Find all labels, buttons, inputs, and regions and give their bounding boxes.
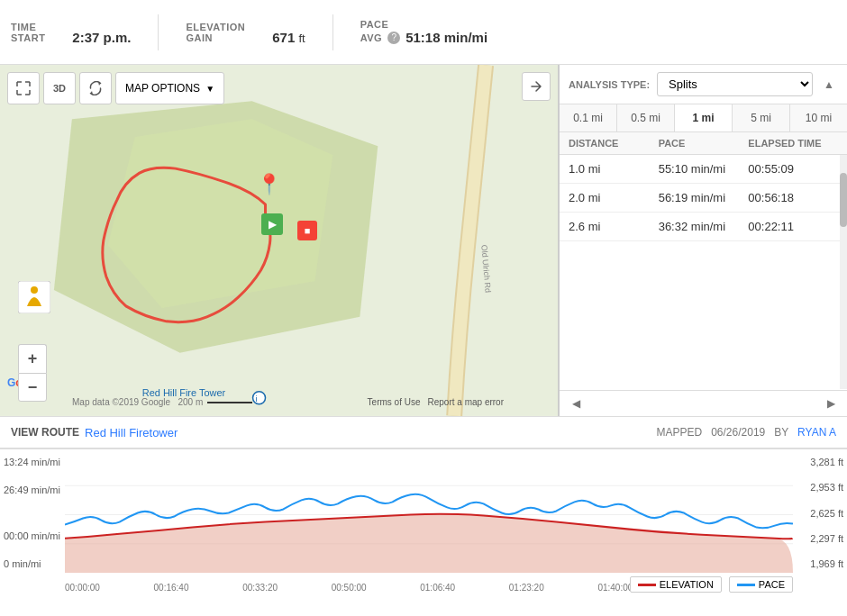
route-info-bar: VIEW ROUTE Red Hill Firetower MAPPED 06/… xyxy=(0,416,847,448)
divider-2 xyxy=(332,14,333,50)
dropdown-arrow-icon: ▼ xyxy=(205,84,214,94)
map-controls: 3D MAP OPTIONS ▼ xyxy=(7,72,224,104)
fullscreen-button[interactable] xyxy=(7,72,40,104)
dist-tab-0.5mi[interactable]: 0.5 mi xyxy=(617,104,675,131)
street-view-icon[interactable] xyxy=(18,281,50,313)
map-area: 3D MAP OPTIONS ▼ xyxy=(0,65,559,416)
time-group: TIME START xyxy=(11,22,45,43)
map-terms: Terms of Use Report a map error xyxy=(368,397,504,407)
chart-legend: ELEVATION PACE xyxy=(630,576,793,593)
report-map-error[interactable]: Report a map error xyxy=(428,397,504,407)
map-expand-button[interactable] xyxy=(522,72,551,101)
y-left-1: 13:24 min/mi xyxy=(4,457,61,467)
pace-color xyxy=(737,584,755,586)
refresh-button[interactable] xyxy=(79,72,112,104)
time-label: TIME xyxy=(11,22,45,32)
panel-scrollbar-thumb[interactable] xyxy=(840,173,847,227)
dist-tab-0.1mi[interactable]: 0.1 mi xyxy=(560,104,617,131)
pace-2: 56:19 min/mi xyxy=(659,191,749,204)
x-label-0: 00:00:00 xyxy=(65,583,100,593)
x-label-4: 01:06:40 xyxy=(420,583,455,593)
splits-row-2: 2.0 mi 56:19 min/mi 00:56:18 xyxy=(560,184,847,213)
terms-of-use[interactable]: Terms of Use xyxy=(368,397,421,407)
col-header-pace: PACE xyxy=(659,138,749,149)
elevation-legend: ELEVATION xyxy=(630,576,722,593)
3d-icon: 3D xyxy=(53,83,66,94)
chart-area: 13:24 min/mi 26:49 min/mi 00:00 min/mi 0… xyxy=(0,448,847,600)
splits-row-3: 2.6 mi 36:32 min/mi 00:22:11 xyxy=(560,213,847,241)
route-user[interactable]: RYAN A xyxy=(797,426,836,439)
elapsed-1: 00:55:09 xyxy=(748,162,838,176)
y-left-5: 0 min/mi xyxy=(4,558,61,569)
y-right-3: 2,625 ft xyxy=(797,508,843,519)
zoom-in-button[interactable]: + xyxy=(18,344,47,373)
y-right-2: 2,953 ft xyxy=(797,482,843,493)
svg-text:i: i xyxy=(256,394,258,403)
analysis-type-select[interactable]: Splits xyxy=(657,72,813,96)
x-label-2: 00:33:20 xyxy=(242,583,278,593)
elevation-legend-label: ELEVATION xyxy=(660,579,714,590)
panel-scrollbar[interactable] xyxy=(840,155,847,389)
elevation-group: ELEVATION GAIN xyxy=(186,22,245,43)
distance-1: 1.0 mi xyxy=(569,162,659,176)
divider-1 xyxy=(158,14,159,50)
gain-value-group: E 671 ft xyxy=(272,19,305,45)
pace-legend: PACE xyxy=(729,576,793,593)
play-marker: ▶ xyxy=(261,213,283,235)
start-value: 2:37 p.m. xyxy=(72,30,131,45)
info-icon[interactable]: ? xyxy=(387,32,400,44)
elapsed-3: 00:22:11 xyxy=(748,220,838,233)
dist-tab-1mi[interactable]: 1 mi xyxy=(675,104,733,131)
route-name[interactable]: Red Hill Firetower xyxy=(85,426,178,439)
x-label-5: 01:23:20 xyxy=(509,583,544,593)
chart-svg-container xyxy=(65,457,793,573)
scroll-arrows-bottom: ◀ ▶ xyxy=(560,390,847,416)
mapped-label: MAPPED xyxy=(656,426,702,439)
zoom-out-button[interactable]: − xyxy=(18,373,47,402)
col-header-elapsed: ELAPSED TIME xyxy=(748,138,838,149)
pace-section: PACE AVG ? 51:18 min/mi xyxy=(360,19,487,45)
gain-label: GAIN xyxy=(186,32,245,43)
splits-panel: ANALYSIS TYPE: Splits ▲ 0.1 mi 0.5 mi 1 … xyxy=(559,65,847,416)
col-header-distance: DISTANCE xyxy=(569,138,659,149)
stop-marker: ■ xyxy=(297,221,317,240)
pace-label: PACE xyxy=(360,19,487,30)
stats-bar: TIME START TIME 2:37 p.m. ELEVATION GAIN… xyxy=(0,0,847,65)
chart-y-labels-right: 3,281 ft 2,953 ft 2,625 ft 2,297 ft 1,96… xyxy=(793,449,847,573)
scroll-right-button[interactable]: ▶ xyxy=(822,394,840,412)
splits-row-1: 1.0 mi 55:10 min/mi 00:55:09 xyxy=(560,155,847,184)
distance-2: 2.0 mi xyxy=(569,191,659,204)
gain-value: 671 ft xyxy=(272,30,305,45)
chart-y-labels-left: 13:24 min/mi 26:49 min/mi 00:00 min/mi 0… xyxy=(0,449,65,573)
start-value-group: TIME 2:37 p.m. xyxy=(72,19,131,45)
map-options-button[interactable]: MAP OPTIONS ▼ xyxy=(115,72,224,104)
x-label-1: 00:16:40 xyxy=(154,583,189,593)
start-label: START xyxy=(11,32,45,43)
main-content: 3D MAP OPTIONS ▼ xyxy=(0,65,847,416)
3d-button[interactable]: 3D xyxy=(43,72,76,104)
mapped-date: 06/26/2019 xyxy=(711,426,765,439)
pace-1: 55:10 min/mi xyxy=(659,162,749,176)
pace-3: 36:32 min/mi xyxy=(659,220,749,233)
y-left-4: 00:00 min/mi xyxy=(4,530,61,541)
scroll-left-button[interactable]: ◀ xyxy=(567,394,585,412)
distance-3: 2.6 mi xyxy=(569,220,659,233)
y-right-1: 3,281 ft xyxy=(797,457,843,467)
elevation-color xyxy=(638,584,656,586)
distance-tabs: 0.1 mi 0.5 mi 1 mi 5 mi 10 mi xyxy=(560,104,847,132)
avg-label: AVG xyxy=(360,32,383,43)
route-meta: MAPPED 06/26/2019 BY RYAN A xyxy=(656,426,836,439)
analysis-type-label: ANALYSIS TYPE: xyxy=(569,79,650,90)
svg-point-1 xyxy=(31,286,38,294)
map-svg: Old Ulrich Rd Red Hill Fire Tower i xyxy=(0,65,558,416)
scroll-up-button[interactable]: ▲ xyxy=(820,76,838,94)
y-right-5: 1,969 ft xyxy=(797,558,843,569)
analysis-header: ANALYSIS TYPE: Splits ▲ xyxy=(560,65,847,104)
x-label-3: 00:50:00 xyxy=(332,583,367,593)
svg-marker-4 xyxy=(108,119,333,308)
dist-tab-5mi[interactable]: 5 mi xyxy=(733,104,790,131)
start-pin: 📍 xyxy=(257,173,281,196)
elevation-label: ELEVATION xyxy=(186,22,245,32)
dist-tab-10mi[interactable]: 10 mi xyxy=(790,104,847,131)
by-label: BY xyxy=(774,426,788,439)
